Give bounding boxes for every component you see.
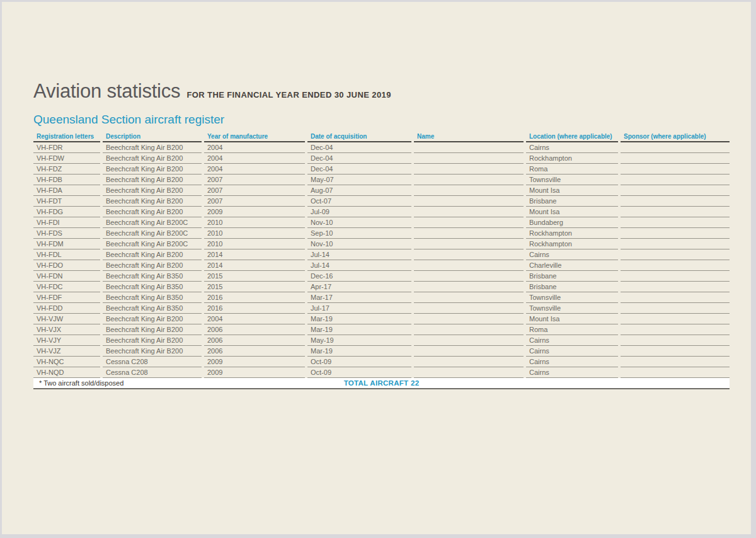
table-row: VH-FDM Beechcraft King Air B200C 2010 No… — [33, 239, 730, 249]
cell-date: Dec-04 — [307, 164, 411, 175]
cell-location: Cairns — [526, 249, 618, 260]
cell-location: Mount Isa — [526, 207, 618, 217]
cell-name — [414, 271, 524, 282]
cell-sponsor — [621, 303, 730, 314]
table-row: VH-FDA Beechcraft King Air B200 2007 Aug… — [33, 185, 730, 196]
title-line: Aviation statistics FOR THE FINANCIAL YE… — [33, 80, 732, 103]
cell-registration: VH-FDI — [33, 217, 100, 228]
cell-description: Beechcraft King Air B200 — [103, 142, 202, 153]
cell-year: 2006 — [204, 324, 305, 335]
cell-description: Beechcraft King Air B350 — [103, 282, 202, 292]
cell-name — [414, 303, 524, 314]
column-header: Location (where applicable) — [526, 131, 618, 142]
cell-date: Apr-17 — [307, 282, 411, 292]
cell-date: Jul-14 — [307, 260, 411, 271]
cell-name — [414, 346, 524, 357]
cell-description: Beechcraft King Air B200 — [103, 335, 202, 346]
cell-year: 2006 — [204, 346, 305, 357]
cell-name — [414, 357, 524, 367]
cell-date: May-07 — [307, 175, 411, 185]
cell-location: Bundaberg — [526, 217, 618, 228]
column-header: Name — [414, 131, 524, 142]
cell-description: Beechcraft King Air B200 — [103, 207, 202, 217]
cell-registration: VH-FDF — [33, 292, 100, 303]
cell-name — [414, 175, 524, 185]
page-title: Aviation statistics — [33, 80, 180, 103]
table-row: VH-FDS Beechcraft King Air B200C 2010 Se… — [33, 228, 730, 239]
cell-registration: VH-FDR — [33, 142, 100, 153]
cell-date: Mar-17 — [307, 292, 411, 303]
cell-name — [414, 164, 524, 175]
cell-sponsor — [621, 367, 730, 378]
table-row: VH-VJY Beechcraft King Air B200 2006 May… — [33, 335, 730, 346]
table-row: VH-FDL Beechcraft King Air B200 2014 Jul… — [33, 249, 730, 260]
cell-location: Rockhampton — [526, 153, 618, 164]
cell-sponsor — [621, 142, 730, 153]
cell-sponsor — [621, 282, 730, 292]
cell-registration: VH-FDO — [33, 260, 100, 271]
cell-registration: VH-FDG — [33, 207, 100, 217]
page-subtitle: FOR THE FINANCIAL YEAR ENDED 30 JUNE 201… — [186, 90, 391, 100]
cell-description: Beechcraft King Air B200 — [103, 153, 202, 164]
cell-description: Beechcraft King Air B200 — [103, 249, 202, 260]
table-row: VH-VJZ Beechcraft King Air B200 2006 Mar… — [33, 346, 730, 357]
cell-year: 2015 — [204, 282, 305, 292]
cell-location: Brisbane — [526, 282, 618, 292]
table-row: VH-FDG Beechcraft King Air B200 2009 Jul… — [33, 207, 730, 217]
cell-date: Mar-19 — [307, 314, 411, 324]
cell-date: Dec-16 — [307, 271, 411, 282]
cell-description: Beechcraft King Air B200 — [103, 314, 202, 324]
cell-location: Rockhampton — [526, 228, 618, 239]
cell-date: May-19 — [307, 335, 411, 346]
cell-year: 2009 — [204, 357, 305, 367]
cell-location: Charleville — [526, 260, 618, 271]
cell-name — [414, 196, 524, 207]
cell-date: Aug-07 — [307, 185, 411, 196]
table-row: VH-FDO Beechcraft King Air B200 2014 Jul… — [33, 260, 730, 271]
cell-sponsor — [621, 217, 730, 228]
cell-date: Mar-19 — [307, 324, 411, 335]
cell-description: Beechcraft King Air B200 — [103, 175, 202, 185]
table-row: VH-FDZ Beechcraft King Air B200 2004 Dec… — [33, 164, 730, 175]
cell-registration: VH-FDW — [33, 153, 100, 164]
cell-year: 2004 — [204, 314, 305, 324]
table-row: VH-FDD Beechcraft King Air B350 2016 Jul… — [33, 303, 730, 314]
cell-sponsor — [621, 164, 730, 175]
cell-year: 2014 — [204, 260, 305, 271]
cell-sponsor — [621, 153, 730, 164]
cell-name — [414, 142, 524, 153]
cell-sponsor — [621, 228, 730, 239]
table-row: VH-FDB Beechcraft King Air B200 2007 May… — [33, 175, 730, 185]
table-row: VH-FDT Beechcraft King Air B200 2007 Oct… — [33, 196, 730, 207]
table-row: VH-FDN Beechcraft King Air B350 2015 Dec… — [33, 271, 730, 282]
cell-sponsor — [621, 335, 730, 346]
cell-name — [414, 335, 524, 346]
column-header: Sponsor (where applicable) — [621, 131, 730, 142]
cell-date: Oct-09 — [307, 367, 411, 378]
cell-name — [414, 324, 524, 335]
table-row: VH-VJX Beechcraft King Air B200 2006 Mar… — [33, 324, 730, 335]
table-row: VH-FDF Beechcraft King Air B350 2016 Mar… — [33, 292, 730, 303]
cell-registration: VH-FDN — [33, 271, 100, 282]
cell-sponsor — [621, 207, 730, 217]
cell-date: Jul-14 — [307, 249, 411, 260]
cell-name — [414, 367, 524, 378]
aircraft-register-table: Registration lettersDescriptionYear of m… — [31, 131, 732, 389]
footnote: * Two aircraft sold/disposed — [39, 379, 123, 387]
cell-registration: VH-VJY — [33, 335, 100, 346]
cell-registration: VH-FDT — [33, 196, 100, 207]
cell-description: Cessna C208 — [103, 357, 202, 367]
table-row: VH-NQD Cessna C208 2009 Oct-09 Cairns — [33, 367, 730, 378]
cell-name — [414, 260, 524, 271]
cell-year: 2016 — [204, 292, 305, 303]
cell-registration: VH-VJW — [33, 314, 100, 324]
cell-description: Beechcraft King Air B200 — [103, 324, 202, 335]
column-header: Date of acquisition — [307, 131, 411, 142]
cell-location: Rockhampton — [526, 239, 618, 249]
cell-registration: VH-FDC — [33, 282, 100, 292]
cell-registration: VH-FDB — [33, 175, 100, 185]
cell-name — [414, 153, 524, 164]
cell-location: Cairns — [526, 367, 618, 378]
table-row: VH-FDC Beechcraft King Air B350 2015 Apr… — [33, 282, 730, 292]
cell-sponsor — [621, 196, 730, 207]
